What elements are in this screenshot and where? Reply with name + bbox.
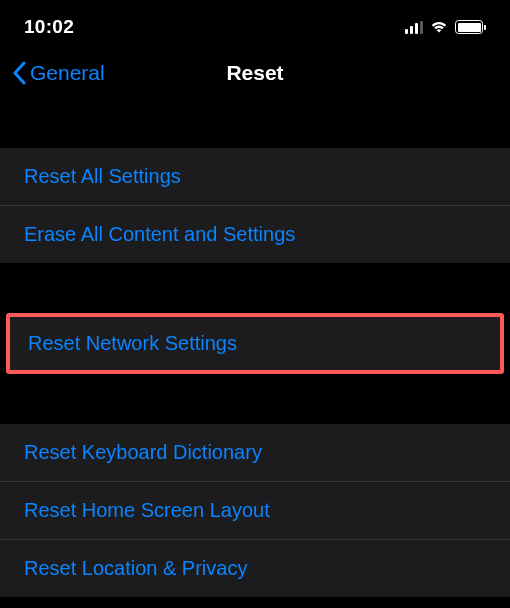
page-title: Reset bbox=[226, 61, 283, 85]
reset-keyboard-dictionary[interactable]: Reset Keyboard Dictionary bbox=[0, 424, 510, 482]
battery-icon bbox=[455, 20, 486, 34]
cellular-signal-icon bbox=[405, 21, 424, 34]
reset-home-screen-layout[interactable]: Reset Home Screen Layout bbox=[0, 482, 510, 540]
reset-all-settings[interactable]: Reset All Settings bbox=[0, 148, 510, 206]
erase-all-content[interactable]: Erase All Content and Settings bbox=[0, 206, 510, 263]
status-time: 10:02 bbox=[24, 16, 74, 38]
chevron-left-icon bbox=[12, 61, 26, 85]
status-icons bbox=[405, 20, 487, 34]
reset-group-2: Reset Keyboard Dictionary Reset Home Scr… bbox=[0, 424, 510, 597]
back-button[interactable]: General bbox=[12, 61, 105, 85]
reset-location-privacy[interactable]: Reset Location & Privacy bbox=[0, 540, 510, 597]
nav-bar: General Reset bbox=[0, 50, 510, 100]
section-gap bbox=[0, 100, 510, 148]
reset-group-1: Reset All Settings Erase All Content and… bbox=[0, 148, 510, 263]
status-bar: 10:02 bbox=[0, 0, 510, 50]
reset-network-settings[interactable]: Reset Network Settings bbox=[6, 313, 504, 374]
section-gap bbox=[0, 380, 510, 424]
highlight-annotation: Reset Network Settings bbox=[0, 307, 510, 380]
wifi-icon bbox=[429, 20, 449, 34]
section-gap bbox=[0, 263, 510, 307]
back-label: General bbox=[30, 61, 105, 85]
